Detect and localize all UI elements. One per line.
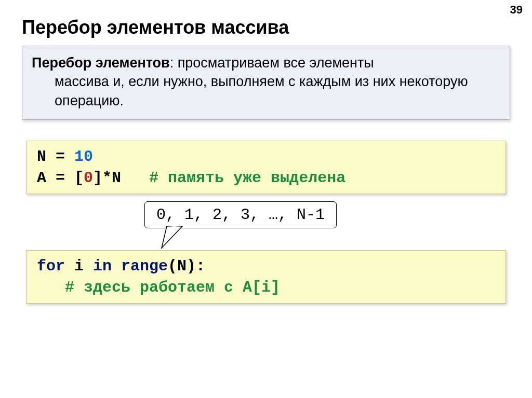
code-token — [112, 257, 121, 275]
code-indent — [37, 279, 65, 296]
code-token: 10 — [74, 148, 93, 166]
code-token: ]*N — [93, 169, 149, 187]
definition-line-1: Перебор элементов: просматриваем все эле… — [32, 53, 500, 72]
code-keyword: in — [93, 257, 112, 275]
code-token: = — [46, 148, 74, 166]
code-token: N — [37, 148, 46, 166]
code-block-loop: for i in range(N): # здесь работаем с A[… — [26, 250, 506, 304]
code-token: 0 — [84, 169, 93, 187]
callout-wrapper: 0, 1, 2, 3, …, N-1 — [22, 201, 510, 248]
code-token: i — [65, 257, 93, 275]
definition-line-2: массива и, если нужно, выполняем с кажды… — [32, 72, 500, 110]
page-number: 39 — [510, 3, 523, 17]
callout-tail-icon — [159, 226, 191, 250]
definition-box: Перебор элементов: просматриваем все эле… — [22, 46, 510, 120]
slide: 39 Перебор элементов массива Перебор эле… — [0, 0, 532, 398]
code-comment: # здесь работаем с A[i] — [65, 279, 280, 296]
code-token: (N): — [168, 257, 205, 275]
callout-bubble: 0, 1, 2, 3, …, N-1 — [144, 201, 337, 228]
slide-title: Перебор элементов массива — [22, 17, 510, 38]
code-builtin: range — [121, 257, 168, 275]
definition-rest-1: : просматриваем все элементы — [170, 55, 374, 71]
code-token: = [ — [46, 169, 84, 187]
code-comment: # память уже выделена — [149, 169, 345, 187]
svg-marker-0 — [162, 226, 182, 248]
definition-term: Перебор элементов — [32, 55, 170, 71]
code-keyword: for — [37, 257, 65, 275]
code-token: A — [37, 169, 46, 187]
code-block-allocation: N = 10 A = [0]*N # память уже выделена — [26, 141, 506, 194]
